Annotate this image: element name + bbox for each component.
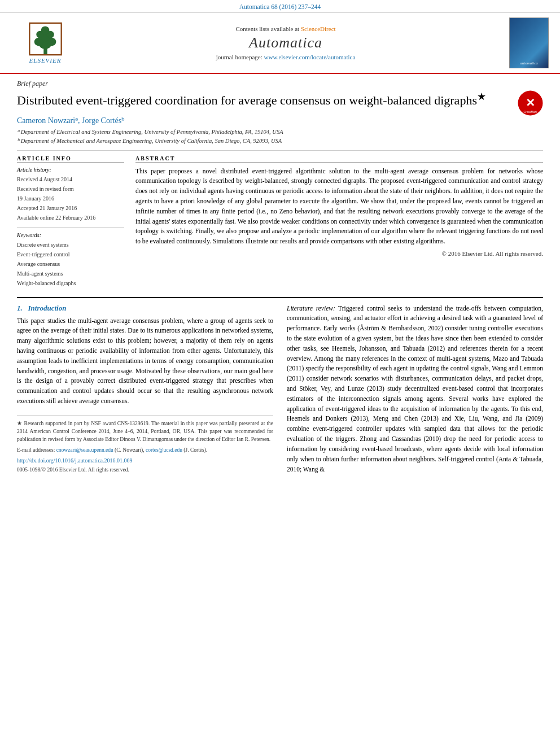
keyword-3: Average consensus — [17, 259, 124, 269]
keyword-5: Weight-balanced digraphs — [17, 278, 124, 288]
journal-header: ELSEVIER Contents lists available at Sci… — [0, 13, 560, 74]
introduction-text: This paper studies the multi-agent avera… — [17, 316, 273, 407]
history-label: Article history: — [17, 167, 124, 173]
journal-title-main: Automatica — [79, 34, 492, 51]
email1-link[interactable]: cnowzari@seas.upenn.edu — [56, 447, 113, 453]
homepage-label: journal homepage: — [216, 54, 262, 60]
authors-line: Cameron Nowzariᵃ, Jorge Cortésᵇ — [17, 116, 543, 125]
keyword-4: Multi-agent systems — [17, 269, 124, 278]
introduction-title: 1. Introduction — [17, 304, 273, 313]
elsevier-brand-text: ELSEVIER — [29, 57, 62, 64]
abstract-heading: ABSTRACT — [135, 155, 543, 163]
page-wrapper: Automatica 68 (2016) 237–244 — [0, 0, 560, 483]
elsevier-tree-icon — [27, 22, 64, 56]
literature-review-text: Literature review: Triggered control see… — [287, 304, 543, 475]
elsevier-logo — [27, 22, 64, 56]
journal-cover-section: automatica — [492, 18, 549, 68]
keyword-1: Discrete event systems — [17, 240, 124, 250]
body-section: 1. Introduction This paper studies the m… — [17, 297, 543, 478]
paper-title-row: Distributed event-triggered coordination… — [17, 90, 543, 116]
paper-title: Distributed event-triggered coordination… — [17, 90, 512, 109]
journal-title-section: Contents lists available at ScienceDirec… — [79, 25, 492, 60]
keyword-2: Event-triggered control — [17, 250, 124, 259]
footnote-email-line: E-mail addresses: cnowzari@seas.upenn.ed… — [17, 446, 273, 454]
journal-cover-image: automatica — [509, 18, 549, 68]
article-info-column: ARTICLE INFO Article history: Received 4… — [17, 155, 124, 288]
literature-review-column: Literature review: Triggered control see… — [287, 304, 543, 478]
affiliation-b: ᵇ Department of Mechanical and Aerospace… — [17, 137, 543, 146]
received-revised-label: Received in revised form — [17, 184, 124, 194]
svg-text:CrossMark: CrossMark — [523, 110, 537, 113]
doi-link[interactable]: http://dx.doi.org/10.1016/j.automatica.2… — [17, 457, 133, 464]
email2-name: (J. Cortés). — [183, 447, 207, 453]
introduction-column: 1. Introduction This paper studies the m… — [17, 304, 273, 478]
title-footnote-mark: ★ — [477, 91, 486, 102]
header-logo-section: ELSEVIER — [11, 22, 79, 64]
section-number: 1. — [17, 304, 23, 312]
affiliations: ᵃ Department of Electrical and Systems E… — [17, 128, 543, 146]
sciencedirect-link[interactable]: ScienceDirect — [301, 25, 336, 32]
keywords-label: Keywords: — [17, 232, 124, 238]
email1-name: (C. Nowzari), — [115, 447, 145, 453]
issn-text: 0005-1098/© 2016 Elsevier Ltd. All right… — [17, 467, 129, 473]
lit-review-paragraph: Literature review: Triggered control see… — [287, 304, 543, 475]
contents-text: Contents lists available at — [235, 25, 299, 32]
cover-label: automatica — [520, 61, 538, 65]
article-info-abstract-section: ARTICLE INFO Article history: Received 4… — [17, 155, 543, 288]
affiliation-a: ᵃ Department of Electrical and Systems E… — [17, 128, 543, 137]
footnote-section: ★ Research supported in part by NSF awar… — [17, 416, 273, 474]
svg-point-7 — [41, 26, 49, 34]
footnote-star-text: ★ Research supported in part by NSF awar… — [17, 420, 273, 444]
article-type-label: Brief paper — [17, 80, 543, 88]
header-divider — [17, 150, 543, 151]
journal-homepage-line: journal homepage: www.elsevier.com/locat… — [79, 54, 492, 60]
crossmark-icon: ✕ CrossMark — [518, 90, 543, 116]
received-date: Received 4 August 2014 — [17, 174, 124, 184]
abstract-column: ABSTRACT This paper proposes a novel dis… — [135, 155, 543, 288]
keywords-list: Discrete event systems Event-triggered c… — [17, 240, 124, 288]
article-dates: Received 4 August 2014 Received in revis… — [17, 174, 124, 222]
available-online-date: Available online 22 February 2016 — [17, 213, 124, 222]
info-divider — [17, 227, 124, 228]
journal-citation-text: Automatica 68 (2016) 237–244 — [239, 3, 321, 10]
contents-available-line: Contents lists available at ScienceDirec… — [79, 25, 492, 32]
footnote-issn-line: 0005-1098/© 2016 Elsevier Ltd. All right… — [17, 466, 273, 474]
footnote-star-content: ★ Research supported in part by NSF awar… — [17, 421, 273, 443]
body-two-col: 1. Introduction This paper studies the m… — [17, 304, 543, 478]
lit-review-content: Triggered control seeks to understand th… — [287, 305, 543, 473]
svg-text:✕: ✕ — [526, 97, 535, 109]
homepage-url-link[interactable]: www.elsevier.com/locate/automatica — [264, 54, 356, 60]
copyright-line: © 2016 Elsevier Ltd. All rights reserved… — [135, 250, 543, 257]
abstract-text: This paper proposes a novel distributed … — [135, 167, 543, 247]
accepted-date: Accepted 21 January 2016 — [17, 203, 124, 213]
intro-paragraph-1: This paper studies the multi-agent avera… — [17, 316, 273, 407]
footnote-doi-line: http://dx.doi.org/10.1016/j.automatica.2… — [17, 456, 273, 465]
journal-citation-bar: Automatica 68 (2016) 237–244 — [0, 0, 560, 13]
section-title-text: Introduction — [28, 304, 67, 312]
lit-review-label: Literature review: — [287, 305, 335, 312]
email-label: E-mail addresses: — [17, 447, 55, 453]
email2-link[interactable]: cortes@ucsd.edu — [146, 447, 182, 453]
article-info-heading: ARTICLE INFO — [17, 155, 124, 163]
paper-content: Brief paper Distributed event-triggered … — [0, 74, 560, 483]
revised-date: 19 January 2016 — [17, 194, 124, 203]
paper-title-text: Distributed event-triggered coordination… — [17, 93, 477, 107]
